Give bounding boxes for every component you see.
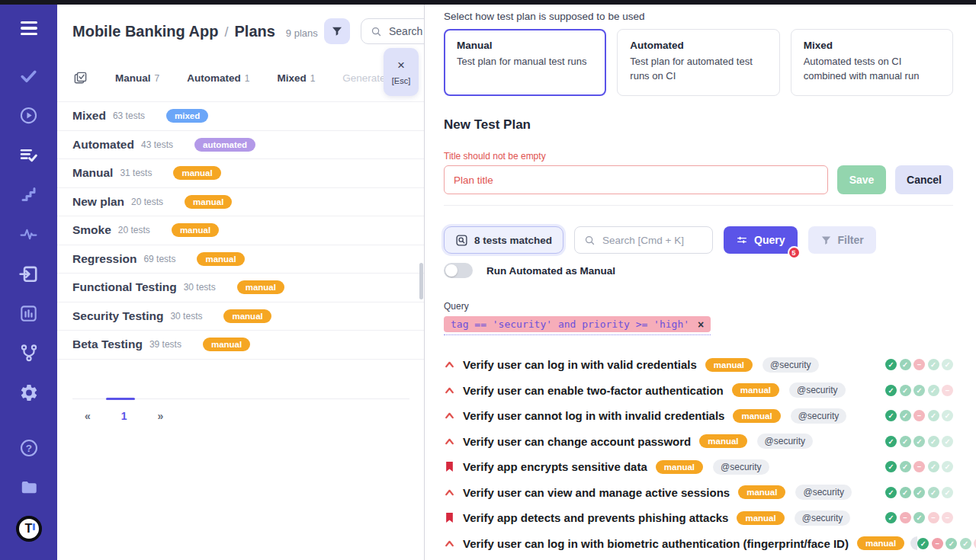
priority-icon: [444, 411, 455, 420]
test-row[interactable]: Verify user can log in with biometric au…: [444, 531, 953, 557]
pagination-page-1[interactable]: 1: [121, 410, 127, 422]
plan-type-card[interactable]: Automated Test plan for automated test r…: [617, 29, 779, 96]
tag-pill[interactable]: @security: [789, 382, 846, 398]
query-button[interactable]: Query 5: [724, 226, 797, 254]
run-status-icons: ✓✓✓✓✓: [885, 487, 953, 498]
plan-type-title: Automated: [630, 40, 766, 51]
plan-type-badge: manual: [197, 252, 244, 266]
app-logo[interactable]: T: [16, 516, 42, 542]
test-row[interactable]: Verify user can enable two-factor authen…: [444, 378, 953, 404]
test-row[interactable]: Verify user cannot log in with invalid c…: [444, 403, 953, 429]
plan-row[interactable]: Smoke 20 tests manual: [57, 216, 425, 245]
test-row[interactable]: Verify user can log in with valid creden…: [444, 352, 953, 378]
help-icon[interactable]: ?: [19, 438, 39, 458]
bar-chart-icon[interactable]: [19, 303, 39, 323]
run-automated-toggle[interactable]: [444, 263, 473, 278]
plan-name: New plan: [72, 195, 124, 209]
test-row[interactable]: Verify user can view and manage active s…: [444, 480, 953, 506]
cancel-button[interactable]: Cancel: [895, 165, 953, 194]
status-pass-icon: ✓: [928, 385, 939, 396]
gear-icon[interactable]: [19, 382, 39, 402]
status-pass-icon: ✓: [900, 487, 911, 498]
steps-icon[interactable]: [19, 184, 39, 204]
test-title: Verify user can view and manage active s…: [463, 486, 730, 499]
test-row[interactable]: Verify app detects and prevents phishing…: [444, 505, 953, 531]
status-pass-icon: ✓: [917, 538, 929, 549]
run-status-icons: ✓✓−✓✓: [885, 410, 953, 421]
plan-tests-count: 30 tests: [184, 282, 216, 293]
pagination-prev[interactable]: «: [85, 410, 91, 422]
tab-label: Manual: [115, 72, 151, 84]
status-pass-icon: ✓: [885, 359, 897, 370]
clear-query-icon[interactable]: ×: [698, 319, 704, 330]
plan-row[interactable]: Functional Testing 30 tests manual: [57, 274, 425, 302]
select-all-icon[interactable]: [72, 70, 88, 85]
activity-icon[interactable]: [19, 224, 39, 244]
check-icon[interactable]: [19, 66, 39, 85]
test-title: Verify user can enable two-factor authen…: [463, 384, 724, 397]
plan-type-badge: automated: [194, 138, 255, 152]
status-pass-icon: ✓: [928, 487, 939, 498]
escape-close-button[interactable]: × [Esc]: [384, 48, 419, 96]
status-pass-icon: ✓: [885, 410, 897, 421]
plan-type-badge: manual: [738, 485, 785, 499]
project-name[interactable]: Mobile Banking App: [72, 23, 218, 40]
import-icon[interactable]: [19, 264, 39, 283]
plan-type-badge: manual: [203, 338, 250, 351]
plan-row[interactable]: Beta Testing 39 tests manual: [57, 331, 425, 360]
breadcrumb: Mobile Banking App / Plans 9 plans: [72, 23, 318, 40]
test-row[interactable]: Verify user can change account password …: [444, 429, 953, 455]
plan-row[interactable]: Mixed 63 tests mixed: [57, 102, 425, 131]
test-title: Verify app encrypts sensitive data: [463, 460, 647, 473]
tests-search-input[interactable]: Search [Cmd + K]: [574, 226, 713, 254]
status-pass-icon: ✓: [900, 436, 911, 447]
status-pass-icon: ✓: [885, 461, 897, 472]
plan-row[interactable]: Automated 43 tests automated: [57, 131, 425, 160]
plan-name: Regression: [72, 252, 136, 266]
plan-row[interactable]: Regression 69 tests manual: [57, 245, 425, 274]
play-circle-icon[interactable]: [19, 105, 39, 125]
run-status-icons: ✓✓−✓✓: [885, 359, 953, 370]
filter-button[interactable]: [324, 18, 350, 44]
plan-row[interactable]: Manual 31 tests manual: [57, 159, 425, 188]
save-button[interactable]: Save: [837, 165, 886, 194]
menu-icon[interactable]: [19, 18, 39, 38]
plan-row[interactable]: Security Testing 30 tests manual: [57, 302, 425, 331]
tag-pill[interactable]: @security: [791, 408, 847, 424]
tab[interactable]: Mixed 1: [277, 72, 315, 84]
plan-title-input[interactable]: [444, 165, 828, 194]
test-row[interactable]: Verify app encrypts sensitive data manua…: [444, 454, 953, 480]
plan-type-badge: manual: [237, 280, 284, 294]
priority-high-icon: [445, 539, 454, 548]
status-pass-icon: ✓: [900, 410, 911, 421]
tag-pill[interactable]: @security: [762, 357, 819, 373]
tag-pill[interactable]: @security: [757, 434, 814, 449]
scrollbar-thumb[interactable]: [419, 263, 423, 299]
tests-matched-chip[interactable]: 8 tests matched: [444, 226, 563, 254]
plans-search-input[interactable]: Search: [361, 18, 425, 44]
tab[interactable]: Automated 1: [187, 72, 249, 84]
tab[interactable]: Manual 7: [115, 72, 159, 84]
pagination-next[interactable]: »: [158, 410, 164, 422]
filter-button[interactable]: Filter: [808, 226, 876, 254]
query-section: Query tag == 'security' and priority >= …: [444, 301, 953, 335]
plan-type-badge: manual: [172, 223, 219, 237]
plan-row[interactable]: New plan 20 tests manual: [57, 188, 425, 217]
tab-count: 1: [245, 73, 250, 84]
tag-pill[interactable]: @security: [795, 510, 851, 526]
plan-type-badge: manual: [173, 166, 220, 180]
plan-type-tabs: Manual 7 Automated 1 Mixed 1 Generated: [72, 70, 395, 85]
plan-type-badge: manual: [857, 536, 904, 550]
status-pass-icon: ✓: [946, 538, 957, 549]
plan-type-badge: manual: [733, 409, 780, 423]
tag-pill[interactable]: @security: [795, 485, 852, 500]
folder-icon[interactable]: [19, 477, 39, 497]
branch-icon[interactable]: [19, 343, 39, 363]
active-page-indicator: [106, 398, 135, 400]
plan-type-card[interactable]: Mixed Automated tests on CI combined wit…: [791, 29, 953, 96]
plan-type-card[interactable]: Manual Test plan for manual test runs: [444, 29, 606, 96]
list-check-icon[interactable]: [19, 145, 39, 165]
tag-pill[interactable]: @security: [713, 459, 769, 475]
status-pass-icon: ✓: [942, 487, 953, 498]
status-pass-icon: ✓: [885, 487, 897, 498]
